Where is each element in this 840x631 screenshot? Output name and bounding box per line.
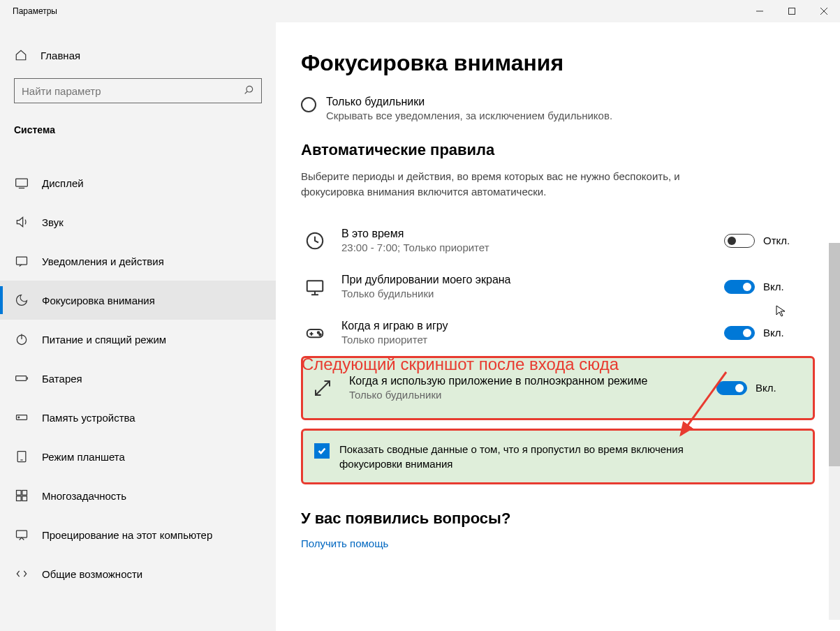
sidebar-item-label: Общие возможности: [42, 568, 142, 580]
home-nav-item[interactable]: Главная: [0, 42, 276, 68]
get-help-link[interactable]: Получить помощь: [301, 537, 388, 549]
svg-rect-21: [17, 530, 27, 537]
toggle-state: Вкл.: [763, 281, 784, 292]
svg-rect-8: [17, 257, 27, 265]
home-icon: [14, 49, 28, 61]
svg-point-4: [246, 86, 253, 92]
category-label: Система: [0, 116, 276, 144]
sidebar-item-sound[interactable]: Звук: [0, 202, 276, 242]
sidebar-item-label: Фокусировка внимания: [42, 295, 155, 306]
svg-point-14: [18, 417, 20, 418]
projecting-icon: [14, 528, 29, 542]
clock-icon: [301, 230, 329, 251]
battery-icon: [14, 371, 29, 385]
toggle-fullscreen-app[interactable]: [716, 381, 747, 395]
sidebar-item-projecting[interactable]: Проецирование на этот компьютер: [0, 515, 276, 554]
sound-icon: [14, 215, 29, 229]
toggle-during-times[interactable]: [724, 234, 755, 248]
radio-desc: Скрывать все уведомления, за исключением…: [326, 110, 612, 121]
sidebar-item-label: Звук: [42, 216, 64, 228]
rule-playing-game[interactable]: Когда я играю в игру Только приоритет Вк…: [301, 310, 815, 356]
sidebar-item-storage[interactable]: Память устройства: [0, 398, 276, 437]
rule-title: Когда я использую приложение в полноэкра…: [349, 375, 704, 387]
storage-icon: [14, 410, 29, 424]
scrollbar-thumb[interactable]: [829, 243, 840, 466]
highlight-fullscreen-rule: Когда я использую приложение в полноэкра…: [301, 356, 815, 420]
sidebar-item-notifications[interactable]: Уведомления и действия: [0, 242, 276, 281]
sidebar-item-shared[interactable]: Общие возможности: [0, 554, 276, 593]
highlight-summary-checkbox: Показать сводные данные о том, что я про…: [301, 429, 815, 484]
moon-icon: [14, 293, 29, 307]
rules-desc: Выберите периоды и действия, во время ко…: [301, 169, 692, 200]
search-box[interactable]: [14, 78, 262, 103]
questions-heading: У вас появились вопросы?: [301, 510, 815, 528]
toggle-state: Вкл.: [756, 382, 776, 394]
sidebar-item-display[interactable]: Дисплей: [0, 163, 276, 202]
sidebar-item-label: Питание и спящий режим: [42, 334, 166, 346]
tablet-icon: [14, 450, 29, 463]
rule-sub: 23:00 - 7:00; Только приоритет: [341, 242, 712, 253]
radio-icon: [301, 97, 316, 112]
window-titlebar: Параметры: [0, 0, 840, 22]
sidebar-item-label: Память устройства: [42, 412, 135, 424]
toggle-playing-game[interactable]: [724, 326, 755, 340]
multitasking-icon: [14, 489, 29, 503]
rule-sub: Только будильники: [341, 288, 712, 299]
sidebar-item-label: Режим планшета: [42, 451, 125, 463]
summary-checkbox-row[interactable]: Показать сводные данные о том, что я про…: [309, 438, 807, 475]
svg-point-30: [319, 334, 321, 336]
svg-rect-23: [307, 281, 323, 291]
sidebar-item-battery[interactable]: Батарея: [0, 359, 276, 398]
minimize-button[interactable]: [744, 0, 776, 22]
sidebar-item-tablet[interactable]: Режим планшета: [0, 437, 276, 476]
monitor-icon: [301, 276, 329, 297]
sidebar-item-label: Дисплей: [42, 177, 84, 189]
notifications-icon: [14, 254, 29, 268]
svg-rect-19: [17, 496, 22, 501]
checkbox-label: Показать сводные данные о том, что я про…: [339, 442, 702, 471]
page-title: Фокусировка внимания: [301, 50, 815, 76]
display-icon: [14, 176, 29, 190]
home-label: Главная: [40, 50, 80, 61]
rule-fullscreen-app[interactable]: Когда я использую приложение в полноэкра…: [309, 365, 807, 411]
toggle-state: Вкл.: [763, 327, 784, 339]
sidebar-item-focus-assist[interactable]: Фокусировка внимания: [0, 281, 276, 320]
shared-icon: [14, 567, 29, 581]
search-input[interactable]: [22, 85, 243, 97]
radio-alarms-only[interactable]: Только будильники Скрывать все уведомлен…: [301, 96, 815, 121]
svg-rect-17: [17, 491, 22, 496]
rule-sub: Только будильники: [349, 389, 704, 401]
sidebar-item-label: Уведомления и действия: [42, 255, 164, 267]
checkbox-checked-icon: [314, 443, 330, 459]
svg-rect-20: [22, 496, 27, 501]
svg-line-5: [245, 91, 247, 94]
window-controls: [744, 0, 840, 22]
power-icon: [14, 332, 29, 346]
sidebar-item-label: Проецирование на этот компьютер: [42, 529, 212, 541]
fullscreen-icon: [309, 378, 337, 399]
svg-rect-6: [16, 179, 28, 186]
rule-title: При дублировании моего экрана: [341, 274, 712, 286]
rule-during-these-times[interactable]: В это время 23:00 - 7:00; Только приорит…: [301, 218, 815, 264]
rules-heading: Автоматические правила: [301, 141, 815, 159]
sidebar-item-multitasking[interactable]: Многозадачность: [0, 476, 276, 515]
sidebar: Главная Система Дисплей Звук Уведомления…: [0, 22, 276, 631]
toggle-state: Откл.: [763, 235, 790, 246]
maximize-button[interactable]: [776, 0, 808, 22]
gamepad-icon: [301, 322, 329, 343]
sidebar-item-label: Батарея: [42, 373, 82, 385]
rule-duplicating-display[interactable]: При дублировании моего экрана Только буд…: [301, 264, 815, 310]
svg-point-29: [318, 332, 320, 334]
search-icon: [243, 84, 254, 98]
window-title: Параметры: [13, 6, 744, 16]
svg-rect-11: [16, 376, 27, 381]
rule-sub: Только приоритет: [341, 334, 712, 346]
sidebar-item-power[interactable]: Питание и спящий режим: [0, 320, 276, 359]
rule-title: В это время: [341, 228, 712, 240]
toggle-duplicating-display[interactable]: [724, 280, 755, 294]
radio-title: Только будильники: [326, 96, 612, 108]
sidebar-item-label: Многозадачность: [42, 490, 126, 502]
close-button[interactable]: [808, 0, 840, 22]
svg-rect-18: [22, 491, 27, 496]
svg-rect-1: [789, 8, 795, 15]
